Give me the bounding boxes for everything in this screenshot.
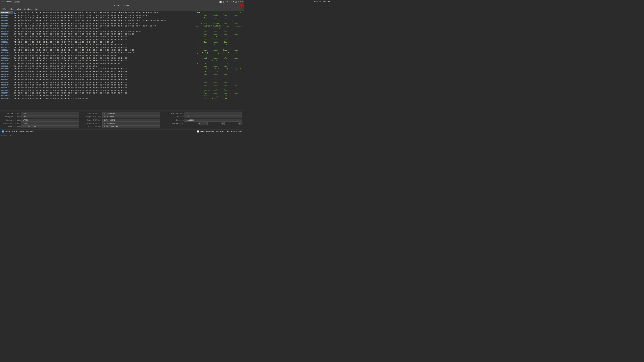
hex-row[interactable]: 0000051900 00 00 00 00 00 00 0A 00 00 0B… xyxy=(0,86,244,89)
hex-row[interactable]: 0000054600 00 04 00 00 00 00 3B 00 00 25… xyxy=(0,89,244,92)
hex-bytes[interactable]: 7F 45 4C 46 01 01 01 00 00 00 00 00 00 0… xyxy=(14,11,196,14)
hex-bytes[interactable]: 00 00 00 76 00 00 46 00 00 DA 00 00 58 0… xyxy=(14,70,197,73)
monitor-icon[interactable]: ⬜ xyxy=(219,1,222,3)
signed-8-label: Signed 8 bit: xyxy=(3,112,21,114)
hex-offset: 0000040B xyxy=(0,70,14,73)
hex-row[interactable]: 000001EF00 AE 00 00 AD 00 00 63 00 00 00… xyxy=(0,38,244,41)
volume-icon[interactable]: 🔊 xyxy=(235,1,238,3)
hex-bytes[interactable]: 04 01 00 00 C0 D3 09 00 C0 D3 0A 00 C0 D… xyxy=(14,19,197,22)
hex-bytes[interactable]: 00 00 34 80 00 00 34 80 00 E0 00 00 E0 0… xyxy=(14,17,197,19)
hex-bytes[interactable]: 00 00 04 00 00 00 2F 6C 69 62 2F 6C 64 2… xyxy=(14,25,196,27)
hex-bytes[interactable]: 00 00 00 00 8A 00 00 00 B9 00 00 00 00 8… xyxy=(14,54,197,57)
hex-row[interactable]: 00000168CA 00 00 37 00 00 00 4E 00 00 B1… xyxy=(0,30,244,33)
app-dropdown-icon[interactable]: ▾ xyxy=(22,1,23,3)
hex-bytes[interactable]: AE 00 00 C6 00 00 33 00 00 D1 00 00 19 0… xyxy=(14,41,197,43)
hex-bytes[interactable]: 7D 00 00 00 68 00 00 70 00 70 00 5E 00 0… xyxy=(14,52,197,54)
menu-help[interactable]: Help xyxy=(34,8,41,10)
hex-bytes[interactable]: 00 00 14 00 00 00 00 00 1F 00 00 00 00 5… xyxy=(14,97,197,100)
hex-row[interactable]: 0000057300 00 00 00 00 00 2B 00 00 00 00… xyxy=(0,92,244,94)
hex-row[interactable]: 000005CD00 00 14 00 00 00 00 00 1F 00 00… xyxy=(0,97,244,100)
hex-row[interactable]: 000002D07D 00 00 00 68 00 00 70 00 70 00… xyxy=(0,52,244,54)
hex-bytes[interactable]: 00 00 00 00 00 00 00 00 00 00 0C 00 00 0… xyxy=(14,78,197,81)
hex-bytes[interactable]: 00 00 00 00 00 00 00 00 00 00 0B 00 00 0… xyxy=(14,84,197,86)
hex-bytes[interactable]: 00 00 10 00 00 00 00 AA 00 00 00 00 00 A… xyxy=(14,27,197,30)
close-button[interactable]: ✕ xyxy=(240,4,243,7)
hex-bytes[interactable]: 00 72 00 00 49 00 00 00 C1 00 00 B6 00 0… xyxy=(14,35,197,38)
menu-windows[interactable]: Windows xyxy=(23,8,33,10)
hex-offset: 00000195 xyxy=(0,33,14,35)
little-endian-checkbox[interactable] xyxy=(2,130,4,133)
unsigned-32-row: Unsigned 32 bit: 1179403647 xyxy=(83,115,160,118)
app-label[interactable]: GHex xyxy=(14,1,20,3)
menu-view[interactable]: View xyxy=(16,8,23,10)
hex-row[interactable]: 000004EC00 00 00 00 00 00 00 00 00 00 0B… xyxy=(0,84,244,86)
unsigned-8-value: 127 xyxy=(21,115,78,118)
hex-row[interactable]: 0000019500 00 90 00 00 0E 00 00 00 00 00… xyxy=(0,33,244,35)
hex-bytes[interactable]: 00 00 1B 00 00 00 3F 00 56 00 00 00 00 0… xyxy=(14,94,197,97)
hex-offset: 00000492 xyxy=(0,78,14,81)
hex-bytes[interactable]: 00 00 00 00 D2 00 00 00 00 00 2E 00 00 B… xyxy=(14,49,197,52)
hex-row[interactable]: 000000007F 45 4C 46 01 01 01 00 00 00 00… xyxy=(0,11,244,14)
hex-row[interactable]: 0000040B00 00 00 76 00 00 46 00 00 DA 00… xyxy=(0,70,244,73)
hex-row[interactable]: 000003DE00 00 A6 00 00 00 00 34 00 00 00… xyxy=(0,68,244,70)
hex-row[interactable]: 0000043810 00 00 B7 00 00 00 00 00 00 00… xyxy=(0,73,244,76)
hex-bytes[interactable]: CA 00 00 37 00 00 00 4E 00 00 B1 00 00 0… xyxy=(14,30,197,33)
hex-ascii: ...7...N...................... xyxy=(197,30,244,33)
hex-row[interactable]: 0000010E00 00 04 00 00 00 2F 6C 69 62 2F… xyxy=(0,25,244,27)
hex-row[interactable]: 0000024900 00 9B 00 00 06 00 00 00 86 00… xyxy=(0,43,244,46)
hex-bytes[interactable]: 00 00 9B 00 00 06 00 00 00 86 00 00 00 0… xyxy=(14,43,197,46)
hex-row[interactable]: 0000046500 00 00 00 00 00 00 00 00 00 00… xyxy=(0,76,244,78)
stream-length-increase[interactable]: + xyxy=(238,122,242,125)
hex-offset: 000001EF xyxy=(0,38,14,41)
hex-bytes[interactable]: 00 00 00 00 01 00 70 94 A8 09 00 94 28 0… xyxy=(14,14,197,17)
brightness-icon[interactable]: ☀ xyxy=(231,1,232,3)
hex-row[interactable]: 0000005A00 00 34 80 00 00 34 80 00 E0 00… xyxy=(0,17,244,19)
hex-bytes[interactable]: 00 00 00 00 00 00 00 0A 00 00 0B 00 00 0… xyxy=(14,86,197,89)
hex-ascii: }...h..p.p.^.......j...w....&......= xyxy=(197,52,244,54)
bluetooth-icon[interactable]: ⦿ xyxy=(223,1,224,3)
hex-bytes[interactable]: 00 00 00 00 00 00 2B 00 00 00 00 00 07 0… xyxy=(14,92,197,94)
hex-bytes[interactable]: 00 71 00 00 D2 00 00 00 00 00 2E 00 00 B… xyxy=(14,46,197,49)
hex-bytes[interactable]: 61 00 00 C7 00 00 5A 00 00 D7 00 00 D0 0… xyxy=(14,62,197,65)
hex-row[interactable]: 0000021CAE 00 00 C6 00 00 33 00 00 D1 00… xyxy=(0,41,244,43)
hex-row[interactable]: 0000008704 01 00 00 C0 D3 09 00 C0 D3 0A… xyxy=(0,19,244,22)
activities-label[interactable]: Activities xyxy=(1,1,12,3)
hex-bytes[interactable]: 00 00 93 00 00 0F 00 00 88 00 00 53 00 0… xyxy=(14,57,197,60)
hex-row[interactable]: 0000002D00 00 00 00 01 00 70 94 A8 09 00… xyxy=(0,14,244,17)
window-title: atcmdsrv - GHex xyxy=(114,4,130,6)
hex-bytes[interactable]: 10 00 00 B7 00 00 00 00 00 00 00 00 0C 0… xyxy=(14,73,197,76)
hex-content[interactable]: 000000007F 45 4C 46 01 01 01 00 00 00 00… xyxy=(0,11,244,110)
hex-row[interactable]: 0000038461 00 00 C7 00 00 5A 00 00 D7 00… xyxy=(0,62,244,65)
hex-row[interactable]: 000004BF00 00 00 00 03 00 00 17 00 00 02… xyxy=(0,81,244,84)
menu-file[interactable]: File xyxy=(1,8,8,10)
menu-edit[interactable]: Edit xyxy=(8,8,15,10)
hex-bytes[interactable]: 00 00 00 00 00 00 00 00 00 00 00 00 00 0… xyxy=(14,76,197,78)
hex-row[interactable]: 0000049200 00 00 00 00 00 00 00 00 00 0C… xyxy=(0,78,244,81)
hex-row[interactable]: 000005A000 00 1B 00 00 00 3F 00 56 00 00… xyxy=(0,94,244,97)
hex-bytes[interactable]: 00 00 90 00 00 0E 00 00 00 00 00 02 00 0… xyxy=(14,33,197,35)
controls-row: Show little endian decoding Show unsigne… xyxy=(0,130,244,133)
hex-bytes[interactable]: 00 00 A6 00 00 00 00 34 00 00 00 00 55 0… xyxy=(14,68,196,70)
hex-row[interactable]: 0000032A00 00 93 00 00 0F 00 00 88 00 00… xyxy=(0,57,244,60)
hex-bytes[interactable]: 00 00 00 89 00 00 00 00 CB 00 00 BD 00 0… xyxy=(14,65,197,68)
unsigned-hex-checkbox[interactable] xyxy=(197,130,199,133)
hex-bytes[interactable]: 00 00 04 00 00 00 00 3B 00 00 25 00 00 0… xyxy=(14,89,197,92)
hex-row[interactable]: 000002FD00 00 00 00 8A 00 00 00 B9 00 00… xyxy=(0,54,244,57)
hex-bytes[interactable]: D6 00 00 00 00 00 84 00 00 A7 00 00 00 6… xyxy=(14,60,197,62)
hex-bytes[interactable]: 00 AE 00 00 AD 00 00 63 00 00 00 66 00 0… xyxy=(14,38,197,41)
hex-bytes[interactable]: 03 0A 00 48 01 00 48 00 00 00 51 E5 74 6… xyxy=(14,22,197,25)
hex-row[interactable]: 0000027600 71 00 00 D2 00 00 00 00 00 2E… xyxy=(0,46,244,49)
hex-row[interactable]: 0000013B00 00 10 00 00 00 00 AA 00 00 00… xyxy=(0,27,244,30)
hex-row[interactable]: 00000357D6 00 00 00 00 00 84 00 00 A7 00… xyxy=(0,60,244,62)
hex-offset: 000002A3 xyxy=(0,49,14,52)
hex-row[interactable]: 000002A300 00 00 00 D2 00 00 00 00 00 2E… xyxy=(0,49,244,52)
hex-bytes[interactable]: 00 00 00 00 03 00 00 17 00 00 02 00 00 0… xyxy=(14,81,197,84)
stream-length-decrease[interactable]: − xyxy=(221,122,224,125)
wifi-icon[interactable]: ▲ xyxy=(233,1,234,3)
hex-row[interactable]: 000001C200 72 00 00 49 00 00 00 C1 00 00… xyxy=(0,35,244,38)
hex-row[interactable]: 000000E103 0A 00 48 01 00 48 00 00 00 51… xyxy=(0,22,244,25)
lang-label[interactable]: en xyxy=(226,1,228,3)
hex-row[interactable]: 000003B100 00 00 89 00 00 00 00 CB 00 00… xyxy=(0,65,244,68)
signed-16-value: 17791 xyxy=(21,119,78,122)
signed-16-label: Signed 16 bit: xyxy=(3,119,21,121)
